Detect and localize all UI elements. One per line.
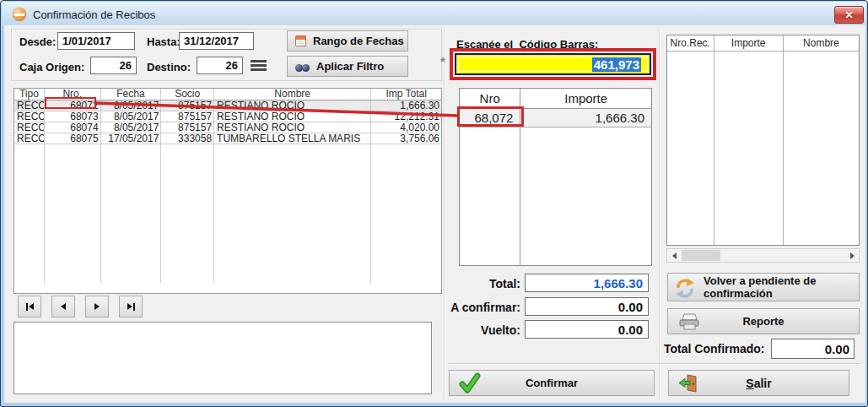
receipts-table[interactable]: Tipo Nro. Fecha Socio Nombre Imp Total R… (13, 88, 442, 294)
scan-table[interactable]: Nro Importe 68,072 1,666.30 (459, 88, 652, 266)
desde-label: Desde: (19, 35, 56, 48)
scan-cell-importe: 1,666.30 (520, 109, 651, 128)
calendar-icon (295, 35, 306, 46)
confirmar-label: Confirmar (526, 377, 578, 389)
scan-data-row[interactable]: 68,072 1,666.30 (460, 109, 651, 128)
col-header-nro: Nro. (45, 89, 101, 100)
confirmed-col-nombre: Nombre (784, 35, 859, 52)
scroll-right-icon[interactable] (845, 249, 859, 262)
confirmacion-recibos-window: Confirmación de Recibos ✕ Desde: 1/01/20… (0, 0, 868, 407)
nav-last-button[interactable] (119, 296, 143, 317)
close-button[interactable]: ✕ (834, 6, 864, 24)
col-header-socio: Socio (161, 89, 214, 100)
scan-empty-area (460, 128, 651, 265)
salir-button[interactable]: Salir (668, 370, 849, 396)
caja-origen-input[interactable]: 26 (90, 57, 137, 74)
printer-icon (677, 312, 701, 331)
cell-imp-total: 3,756.06 (371, 133, 441, 144)
table-empty-area (14, 144, 441, 283)
checkmark-icon (459, 372, 481, 394)
cell-nro: 68074 (45, 122, 101, 133)
a-confirmar-label: A confirmar: (439, 301, 520, 314)
vuelto-field: 0.00 (525, 320, 649, 339)
salir-label-rest: alir (754, 377, 772, 390)
hasta-label: Hasta: (147, 35, 181, 48)
confirmed-empty-area (667, 52, 859, 245)
salir-label-initial: S (746, 377, 753, 390)
exit-door-icon (678, 373, 698, 393)
confirmed-table-hscrollbar[interactable] (666, 248, 860, 263)
rango-de-fechas-label: Rango de Fechas (313, 35, 404, 47)
confirmed-col-importe: Importe (714, 35, 784, 52)
col-header-imp-total: Imp Total (371, 89, 441, 100)
table-row[interactable]: RECC 68074 8/05/2017 875157 RESTIANO ROC… (14, 122, 441, 133)
vuelto-label: Vuelto: (439, 323, 520, 337)
cell-tipo: RECC (14, 111, 45, 122)
cell-fecha: 8/05/2017 (101, 100, 162, 111)
cell-nombre: RESTIANO ROCIO (214, 100, 371, 111)
notes-box[interactable] (13, 322, 432, 394)
last-record-icon (127, 303, 132, 310)
cell-nombre: TUMBARELLO STELLA MARIS (214, 133, 371, 144)
cell-imp-total: 4,020.00 (371, 122, 441, 133)
hasta-input[interactable]: 31/12/2017 (179, 32, 254, 50)
table-row[interactable]: RECC 68073 8/05/2017 875157 RESTIANO ROC… (14, 111, 441, 122)
volver-pendiente-button[interactable]: Volver a pendiente de confirmación (667, 273, 860, 301)
cell-socio: 875157 (161, 122, 214, 133)
app-logo-icon (13, 8, 26, 21)
cell-fecha: 8/05/2017 (101, 111, 162, 122)
titlebar: Confirmación de Recibos (2, 2, 866, 25)
vertical-separator-left (444, 29, 445, 399)
destino-input[interactable]: 26 (197, 57, 243, 74)
destino-label: Destino: (147, 61, 191, 73)
reporte-button[interactable]: Reporte (667, 308, 860, 334)
cell-fecha: 8/05/2017 (101, 122, 162, 133)
nav-prev-button[interactable] (51, 296, 75, 317)
cell-fecha: 17/05/2017 (101, 133, 162, 144)
scroll-left-icon[interactable] (667, 249, 681, 262)
a-confirmar-field[interactable]: 0.00 (525, 297, 649, 316)
aplicar-filtro-button[interactable]: Aplicar Filtro (287, 56, 408, 77)
cell-imp-total: 12,212.31 (371, 111, 441, 122)
prev-record-icon (61, 303, 66, 310)
nav-next-button[interactable] (85, 296, 109, 317)
total-field: 1,666.30 (525, 274, 649, 292)
confirmar-button[interactable]: Confirmar (449, 370, 655, 396)
refresh-icon (674, 278, 696, 299)
table-row[interactable]: RECC 68072 8/05/2017 875157 RESTIANO ROC… (14, 100, 441, 111)
scan-cell-nro: 68,072 (460, 109, 520, 128)
cell-socio: 875157 (161, 111, 214, 122)
cell-nro: 68072 (45, 100, 101, 111)
scan-header-row: Nro Importe (460, 89, 651, 109)
confirmed-col-nro-rec: Nro.Rec. (667, 35, 714, 52)
menu-icon[interactable] (251, 60, 267, 71)
reporte-label: Reporte (742, 315, 784, 328)
cell-socio: 875157 (161, 100, 214, 111)
desde-input[interactable]: 1/01/2017 (57, 32, 135, 50)
scan-col-importe: Importe (520, 89, 651, 109)
cell-nombre: RESTIANO ROCIO (214, 111, 371, 122)
table-row[interactable]: RECC 68075 17/05/2017 333058 TUMBARELLO … (14, 133, 441, 144)
total-confirmado-field: 0.00 (771, 339, 855, 359)
col-header-tipo: Tipo (14, 89, 45, 100)
volver-label-line1: Volver a pendiente de (704, 274, 816, 287)
first-record-icon (26, 303, 28, 311)
cell-tipo: RECC (14, 122, 45, 133)
scrollbar-thumb[interactable] (682, 250, 720, 261)
confirmed-table[interactable]: Nro.Rec. Importe Nombre (666, 35, 860, 246)
barcode-label: Escanée el Código Barras: (456, 38, 598, 51)
cell-tipo: RECC (14, 100, 45, 111)
nav-first-button[interactable] (18, 296, 41, 317)
filter-binoculars-icon (295, 62, 310, 72)
col-header-nombre: Nombre (214, 89, 371, 100)
total-confirmado-label: Total Confirmado: (664, 342, 765, 355)
volver-label-line2: confirmación (704, 287, 816, 300)
rango-de-fechas-button[interactable]: Rango de Fechas (287, 30, 408, 52)
confirmed-header-row: Nro.Rec. Importe Nombre (667, 35, 859, 52)
aplicar-filtro-label: Aplicar Filtro (316, 60, 384, 73)
barcode-selected-text: 461,973 (592, 57, 641, 72)
total-label: Total: (439, 277, 520, 290)
cell-tipo: RECC (14, 133, 45, 144)
barcode-input[interactable]: 461,973 (455, 53, 651, 75)
window-title: Confirmación de Recibos (33, 8, 155, 21)
